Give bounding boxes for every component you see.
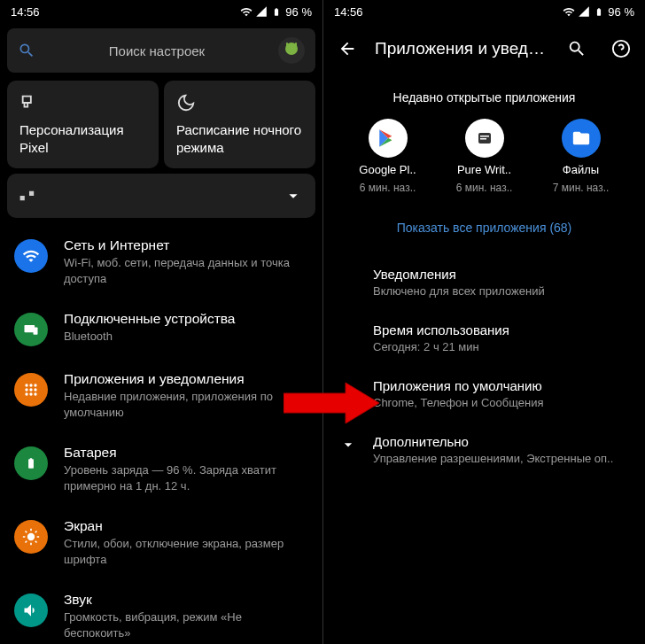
- status-time: 14:56: [11, 5, 40, 19]
- app-time: 7 мин. наз..: [553, 182, 610, 194]
- option-sub: Управление разрешениями, Экстренные оп..: [373, 452, 627, 465]
- chevron-down-icon: [339, 436, 357, 454]
- signal-icon: [578, 5, 590, 18]
- expand-bar[interactable]: [7, 174, 315, 218]
- item-sub: Уровень заряда — 96 %. Заряда хватит при…: [64, 462, 308, 493]
- avatar[interactable]: [278, 37, 305, 64]
- wifi-icon: [14, 239, 48, 273]
- page-header: Приложения и уведо...: [323, 23, 645, 74]
- svg-rect-3: [25, 325, 35, 332]
- options-list: Уведомления Включено для всех приложений…: [323, 254, 645, 477]
- item-sub: Громкость, вибрация, режим «Не беспокоит…: [64, 609, 308, 640]
- page-title: Приложения и уведо...: [375, 39, 549, 58]
- search-placeholder: Поиск настроек: [46, 43, 268, 58]
- item-body: Экран Стили, обои, отключение экрана, ра…: [64, 518, 308, 567]
- play-store-icon: [369, 119, 408, 158]
- status-right: 96 %: [563, 5, 634, 19]
- svg-rect-20: [480, 138, 486, 140]
- item-body: Подключенные устройства Bluetooth: [64, 311, 308, 345]
- item-sound[interactable]: Звук Громкость, вибрация, режим «Не бесп…: [0, 579, 322, 644]
- option-default-apps[interactable]: Приложения по умолчанию Chrome, Телефон …: [323, 366, 645, 422]
- card-night-schedule[interactable]: Расписание ночного режима: [164, 81, 315, 168]
- item-body: Звук Громкость, вибрация, режим «Не бесп…: [64, 592, 308, 640]
- item-title: Сеть и Интернет: [64, 237, 308, 253]
- svg-point-6: [29, 384, 32, 386]
- app-name: Файлы: [563, 163, 599, 176]
- option-screen-time[interactable]: Время использования Сегодня: 2 ч 21 мин: [323, 310, 645, 366]
- chevron-down-icon: [284, 186, 303, 206]
- moon-icon: [176, 93, 196, 113]
- option-advanced[interactable]: Дополнительно Управление разрешениями, Э…: [323, 422, 645, 477]
- option-notifications[interactable]: Уведомления Включено для всех приложений: [323, 254, 645, 310]
- recent-app-pure-writer[interactable]: Pure Writ.. 6 мин. наз..: [445, 119, 525, 194]
- wifi-icon: [240, 5, 253, 18]
- status-right: 96 %: [240, 5, 312, 19]
- recent-apps-title: Недавно открытые приложения: [323, 74, 645, 117]
- wifi-icon: [563, 5, 575, 18]
- svg-point-10: [34, 388, 36, 391]
- settings-list: Сеть и Интернет Wi-Fi, моб. сети, переда…: [0, 225, 322, 644]
- svg-point-7: [34, 384, 36, 386]
- card-personalization[interactable]: Персонализация Pixel: [7, 81, 159, 168]
- item-network[interactable]: Сеть и Интернет Wi-Fi, моб. сети, переда…: [0, 225, 322, 299]
- option-title: Время использования: [373, 322, 627, 338]
- files-icon: [562, 119, 601, 158]
- app-time: 6 мин. наз..: [456, 182, 513, 194]
- status-bar: 14:56 96 %: [0, 0, 322, 23]
- svg-point-5: [25, 384, 27, 386]
- item-title: Приложения и уведомления: [64, 371, 308, 387]
- item-title: Экран: [64, 518, 308, 534]
- satellite-icon: [19, 186, 39, 206]
- item-sub: Bluetooth: [64, 329, 308, 345]
- show-all-apps[interactable]: Показать все приложения (68): [323, 203, 645, 254]
- app-name: Google Pl..: [359, 163, 416, 176]
- search-bar[interactable]: Поиск настроек: [7, 28, 315, 73]
- status-bar: 14:56 96 %: [323, 0, 645, 23]
- search-icon: [18, 42, 35, 59]
- battery-icon: [270, 5, 283, 18]
- item-body: Батарея Уровень заряда — 96 %. Заряда хв…: [64, 445, 308, 493]
- svg-rect-4: [34, 328, 38, 335]
- option-sub: Chrome, Телефон и Сообщения: [373, 396, 627, 409]
- brush-icon: [19, 93, 39, 113]
- item-sub: Стили, обои, отключение экрана, размер ш…: [64, 536, 308, 567]
- battery-icon: [14, 446, 48, 480]
- settings-main-screen: 14:56 96 % Поиск настроек Персонализация…: [0, 0, 322, 644]
- svg-point-8: [25, 388, 27, 391]
- option-title: Уведомления: [373, 267, 627, 282]
- apps-notifications-screen: 14:56 96 % Приложения и уведо... Недавно…: [322, 0, 645, 644]
- option-sub: Включено для всех приложений: [373, 284, 627, 298]
- item-battery[interactable]: Батарея Уровень заряда — 96 %. Заряда хв…: [0, 432, 322, 506]
- svg-point-9: [29, 388, 32, 391]
- devices-icon: [14, 313, 48, 346]
- sound-icon: [14, 594, 48, 627]
- search-button[interactable]: [560, 32, 594, 66]
- item-sub: Недавние приложения, приложения по умолч…: [64, 389, 308, 420]
- pure-writer-icon: [465, 119, 504, 158]
- item-title: Батарея: [64, 445, 308, 461]
- item-display[interactable]: Экран Стили, обои, отключение экрана, ра…: [0, 506, 322, 579]
- battery-icon: [593, 5, 605, 18]
- back-button[interactable]: [330, 32, 364, 66]
- quick-cards: Персонализация Pixel Расписание ночного …: [7, 81, 315, 168]
- option-sub: Сегодня: 2 ч 21 мин: [373, 340, 627, 353]
- battery-pct: 96 %: [608, 5, 634, 19]
- card-label: Персонализация Pixel: [19, 121, 146, 156]
- recent-app-files[interactable]: Файлы 7 мин. наз..: [541, 119, 621, 194]
- svg-point-11: [25, 392, 27, 395]
- svg-rect-2: [295, 43, 297, 46]
- recent-app-google-play[interactable]: Google Pl.. 6 мин. наз..: [348, 119, 428, 194]
- card-label: Расписание ночного режима: [176, 121, 303, 156]
- svg-point-14: [27, 533, 35, 540]
- item-apps[interactable]: Приложения и уведомления Недавние прилож…: [0, 359, 322, 432]
- item-body: Приложения и уведомления Недавние прилож…: [64, 371, 308, 420]
- option-title: Дополнительно: [373, 434, 627, 449]
- signal-icon: [255, 5, 268, 18]
- help-button[interactable]: [604, 32, 638, 66]
- item-connected[interactable]: Подключенные устройства Bluetooth: [0, 299, 322, 359]
- battery-pct: 96 %: [285, 5, 312, 19]
- apps-icon: [14, 373, 48, 407]
- svg-point-12: [29, 392, 32, 395]
- item-title: Звук: [64, 592, 308, 608]
- item-sub: Wi-Fi, моб. сети, передача данных и точк…: [64, 255, 308, 286]
